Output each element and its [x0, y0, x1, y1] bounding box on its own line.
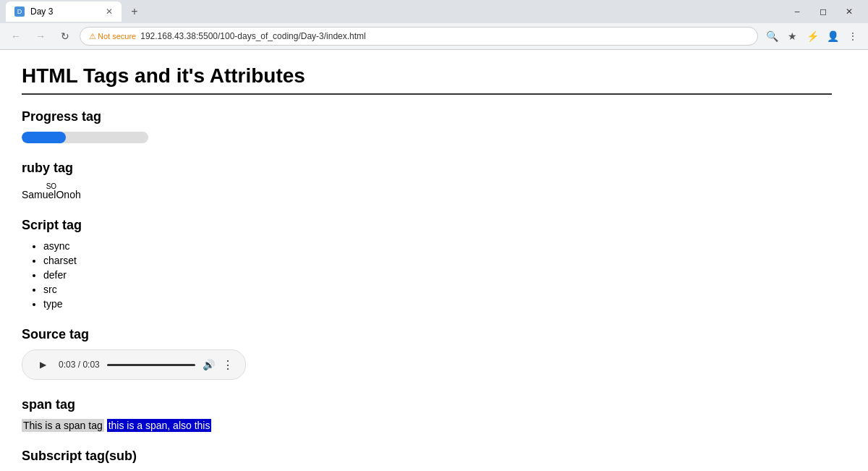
section-progress: Progress tag — [22, 109, 832, 143]
active-tab[interactable]: D Day 3 ✕ — [6, 1, 122, 22]
audio-time: 0:03 / 0:03 — [59, 360, 100, 370]
reload-button[interactable]: ↻ — [55, 26, 75, 46]
page-title: HTML Tags and it's Attributes — [22, 64, 832, 95]
script-attributes-list: async charset defer src type — [43, 240, 832, 310]
page-content: HTML Tags and it's Attributes Progress t… — [0, 50, 854, 471]
span-normal: This is a span tag — [22, 419, 104, 432]
span-heading: span tag — [22, 397, 832, 412]
tab-title: Day 3 — [30, 7, 53, 17]
volume-button[interactable]: 🔊 — [203, 359, 215, 370]
restore-button[interactable]: ◻ — [810, 0, 836, 23]
url-bar[interactable]: ⚠ Not secure 192.168.43.38:5500/100-days… — [80, 27, 758, 46]
section-subscript: Subscript tag(sub) T1 + T2 = T3 — [22, 449, 832, 471]
progress-bar-container — [22, 132, 148, 143]
tab-bar: D Day 3 ✕ + – ◻ ✕ — [0, 0, 868, 23]
forward-button[interactable]: → — [30, 26, 51, 46]
ruby-demo: SamuelOnoh SO — [22, 183, 832, 200]
url-text: 192.168.43.38:5500/100-days_of_coding/Da… — [140, 31, 366, 41]
account-icon[interactable]: 👤 — [823, 27, 842, 46]
not-secure-indicator: ⚠ Not secure — [89, 32, 136, 41]
list-item: type — [43, 298, 832, 310]
list-item: defer — [43, 269, 832, 281]
browser-chrome: D Day 3 ✕ + – ◻ ✕ ← → ↻ ⚠ Not secure 192… — [0, 0, 868, 50]
span-blue: this is a span, also this — [107, 419, 212, 432]
list-item: charset — [43, 255, 832, 266]
tab-favicon: D — [14, 7, 25, 17]
toolbar-icons: 🔍 ★ ⚡ 👤 ⋮ — [762, 27, 862, 46]
search-icon[interactable]: 🔍 — [762, 27, 781, 46]
section-span: span tag This is a span tag this is a sp… — [22, 397, 832, 431]
progress-bar-fill — [22, 132, 66, 143]
ruby-element: SamuelOnoh SO — [22, 189, 81, 200]
ruby-text-annotation: SamuelOnoh — [22, 189, 81, 200]
extensions-icon[interactable]: ⚡ — [803, 27, 822, 46]
section-script: Script tag async charset defer src type — [22, 218, 832, 310]
ruby-heading: ruby tag — [22, 161, 832, 176]
close-button[interactable]: ✕ — [836, 0, 862, 23]
section-ruby: ruby tag SamuelOnoh SO — [22, 161, 832, 200]
source-heading: Source tag — [22, 327, 832, 342]
list-item: async — [43, 240, 832, 252]
progress-heading: Progress tag — [22, 109, 832, 124]
list-item: src — [43, 284, 832, 295]
more-options-button[interactable]: ⋮ — [222, 358, 234, 372]
tab-close-button[interactable]: ✕ — [106, 7, 113, 17]
section-source: Source tag ▶ 0:03 / 0:03 🔊 ⋮ — [22, 327, 832, 380]
play-button[interactable]: ▶ — [34, 356, 51, 373]
minimize-button[interactable]: – — [784, 0, 810, 23]
address-bar: ← → ↻ ⚠ Not secure 192.168.43.38:5500/10… — [0, 23, 868, 49]
audio-progress-bar[interactable] — [107, 364, 195, 366]
subscript-heading: Subscript tag(sub) — [22, 449, 832, 464]
back-button[interactable]: ← — [6, 26, 26, 46]
new-tab-button[interactable]: + — [124, 1, 145, 22]
warning-icon: ⚠ — [89, 32, 96, 41]
window-controls: – ◻ ✕ — [784, 0, 862, 23]
bookmark-icon[interactable]: ★ — [783, 27, 801, 46]
menu-icon[interactable]: ⋮ — [843, 27, 862, 46]
script-heading: Script tag — [22, 218, 832, 233]
audio-player: ▶ 0:03 / 0:03 🔊 ⋮ — [22, 349, 246, 380]
span-demo: This is a span tag this is a span, also … — [22, 420, 832, 431]
